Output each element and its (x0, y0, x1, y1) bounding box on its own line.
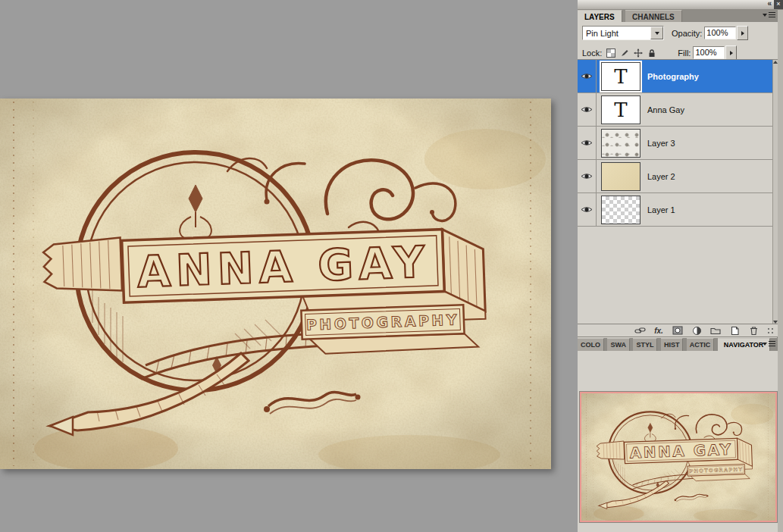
layer-group-icon[interactable] (709, 325, 722, 336)
eye-icon (581, 205, 593, 214)
layer-row-anna-gay[interactable]: T Anna Gay (578, 93, 778, 127)
opacity-input[interactable]: 100% (704, 27, 736, 39)
layers-controls: Pin Light Opacity: 100% Lock: (578, 22, 778, 59)
panel-options-grid-icon[interactable] (764, 325, 776, 336)
eye-icon (581, 172, 593, 180)
visibility-toggle[interactable] (578, 127, 597, 159)
eye-icon (581, 139, 593, 147)
secondary-tab-bar: COLO SWA STYL HIST ACTIC NAVIGATOR (578, 338, 778, 352)
navigator-proxy-view[interactable] (580, 392, 777, 522)
layer-name: Layer 2 (647, 172, 675, 181)
navigator-menu-icon[interactable] (763, 341, 775, 346)
layer-list: T Photography T Anna Gay Layer 3 (578, 59, 778, 324)
layer-name: Photography (647, 72, 699, 81)
fill-label: Fill: (678, 49, 691, 58)
lock-label: Lock: (582, 49, 602, 58)
layer-name: Layer 1 (647, 205, 675, 214)
opacity-label: Opacity: (672, 29, 702, 38)
fill-value: 100% (695, 48, 716, 57)
layer-thumbnail-text[interactable]: T (601, 62, 640, 91)
fill-slider-icon[interactable] (725, 45, 737, 60)
layer-name: Layer 3 (647, 139, 675, 148)
link-layers-icon[interactable] (634, 325, 646, 336)
scroll-up-icon[interactable] (773, 61, 778, 64)
delete-layer-icon[interactable] (747, 325, 760, 336)
new-layer-icon[interactable] (728, 325, 741, 336)
panel-menu-icon[interactable] (763, 12, 775, 17)
tab-history[interactable]: HIST (661, 338, 684, 351)
layer-row-layer2[interactable]: Layer 2 (578, 160, 778, 193)
layers-footer: fx. (578, 324, 778, 337)
eye-icon (581, 72, 593, 80)
visibility-toggle[interactable] (578, 193, 597, 226)
collapse-panels-icon[interactable]: « (767, 0, 771, 8)
tab-color[interactable]: COLO (578, 338, 604, 351)
text-layer-glyph: T (614, 99, 627, 121)
document-canvas[interactable] (0, 99, 551, 469)
tab-swatches[interactable]: SWA (607, 338, 630, 351)
layer-thumbnail-paper[interactable] (601, 162, 640, 191)
layer-row-photography[interactable]: T Photography (578, 60, 778, 93)
layer-thumbnail-text[interactable]: T (601, 95, 640, 124)
layer-thumbnail-pattern[interactable] (601, 129, 640, 158)
canvas-area (0, 0, 578, 532)
tab-channels[interactable]: CHANNELS (625, 10, 682, 23)
lock-transparency-icon[interactable] (606, 48, 616, 58)
lock-all-icon[interactable] (647, 48, 657, 58)
layer-style-icon[interactable]: fx. (653, 325, 665, 336)
logo-artwork (0, 99, 551, 469)
layers-tab-bar: LAYERS CHANNELS (578, 9, 778, 23)
navigator-thumbnail (581, 393, 775, 521)
close-icon[interactable]: × (774, 0, 783, 9)
panel-dock: « × LAYERS CHANNELS Pin Light Opacity: 1… (578, 0, 783, 532)
tab-layers[interactable]: LAYERS (578, 10, 622, 23)
layers-scrollbar[interactable] (772, 60, 778, 324)
visibility-toggle[interactable] (578, 160, 597, 192)
layer-row-layer3[interactable]: Layer 3 (578, 127, 778, 160)
layer-mask-icon[interactable] (672, 325, 684, 336)
layer-row-layer1[interactable]: Layer 1 (578, 193, 778, 227)
blend-mode-value: Pin Light (586, 29, 619, 38)
tab-styles[interactable]: STYL (633, 338, 657, 351)
opacity-slider-icon[interactable] (737, 26, 748, 40)
visibility-toggle[interactable] (578, 93, 597, 126)
blend-mode-select[interactable]: Pin Light (582, 26, 664, 40)
navigator-panel (578, 351, 778, 532)
layer-name: Anna Gay (647, 105, 684, 114)
dock-edge-strip (777, 9, 783, 532)
lock-position-icon[interactable] (633, 48, 644, 58)
layer-thumbnail-transparent[interactable] (601, 196, 640, 224)
text-layer-glyph: T (614, 65, 627, 88)
adjustment-layer-icon[interactable] (691, 325, 703, 336)
chevron-down-icon[interactable] (650, 27, 663, 39)
fill-input[interactable]: 100% (693, 46, 725, 59)
visibility-toggle[interactable] (578, 60, 597, 92)
lock-pixels-icon[interactable] (619, 48, 630, 58)
eye-icon (581, 105, 593, 114)
opacity-value: 100% (706, 28, 728, 37)
photoshop-window: « × LAYERS CHANNELS Pin Light Opacity: 1… (0, 0, 783, 532)
tab-actions[interactable]: ACTIC (687, 338, 715, 351)
